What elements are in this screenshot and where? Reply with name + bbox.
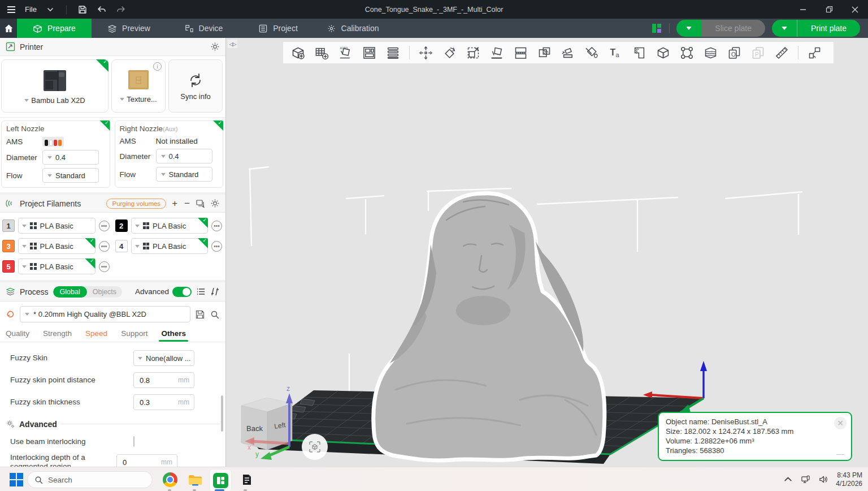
view-mode-orb-button[interactable] (302, 434, 328, 460)
tab-support[interactable]: Support (121, 329, 147, 342)
tab-prepare[interactable]: Prepare (17, 19, 92, 38)
process-preset-select[interactable]: * 0.20mm High Quality @BBL X2D (20, 306, 190, 322)
tray-chevron-up-icon[interactable] (783, 475, 793, 484)
filament-options-button[interactable]: ••• (99, 241, 110, 252)
filament-settings-gear-icon[interactable] (210, 199, 220, 208)
redo-icon[interactable] (115, 4, 127, 15)
ams-spools-icon[interactable] (42, 137, 64, 147)
file-explorer-icon[interactable] (186, 471, 203, 488)
boolean-icon[interactable] (535, 44, 554, 62)
hamburger-menu-icon[interactable] (6, 4, 17, 15)
right-flow-select[interactable]: Standard (156, 167, 212, 182)
compare-presets-icon[interactable] (210, 287, 220, 296)
filament-color-badge[interactable]: 5 (2, 260, 15, 273)
text-icon[interactable]: Ta (606, 44, 625, 62)
objects-segment[interactable]: Objects (87, 286, 122, 298)
plate-info-icon[interactable]: i (153, 62, 162, 71)
notepad-app-icon[interactable] (238, 471, 255, 488)
slice-plate-button[interactable]: Slice plate (701, 20, 765, 37)
filament-select[interactable]: PLA Basic (131, 238, 209, 254)
tab-preview[interactable]: Preview (92, 19, 166, 38)
tab-quality[interactable]: Quality (6, 329, 29, 342)
tab-speed[interactable]: Speed (85, 329, 107, 342)
plate-layout-icon[interactable] (651, 23, 662, 34)
home-button[interactable] (0, 19, 17, 38)
minimize-button[interactable] (790, 0, 816, 19)
paste-icon[interactable]: P (749, 44, 767, 62)
restore-button[interactable] (816, 0, 842, 19)
print-plate-button[interactable]: Print plate (797, 20, 860, 37)
printer-select-card[interactable]: Bambu Lab X2D (1, 59, 108, 113)
sync-filament-list-icon[interactable] (196, 199, 206, 208)
collapse-sidebar-icon[interactable]: ◁▷ (228, 40, 237, 48)
filament-options-button[interactable]: ••• (99, 261, 110, 272)
filament-options-button[interactable]: ••• (211, 241, 222, 252)
split-plate-icon[interactable] (511, 44, 530, 62)
filament-options-button[interactable]: ••• (211, 221, 222, 231)
viewport-3d[interactable]: ◁▷ AUTO Ta O P (226, 38, 868, 467)
add-object-icon[interactable] (289, 44, 307, 62)
network-devices-icon[interactable] (801, 475, 810, 484)
filament-color-badge[interactable]: 4 (115, 240, 128, 252)
left-diameter-select[interactable]: 0.4 (42, 150, 99, 165)
sync-info-button[interactable]: Sync info (168, 59, 223, 113)
add-filament-button[interactable]: + (171, 199, 179, 208)
printer-settings-gear-icon[interactable] (210, 42, 220, 51)
save-preset-icon[interactable] (195, 309, 205, 320)
clock[interactable]: 8:43 PM 4/1/2026 (836, 471, 862, 488)
purging-volumes-button[interactable]: Purging volumes (106, 199, 166, 209)
filament-options-button[interactable]: ••• (99, 221, 110, 231)
parameter-table-icon[interactable] (196, 287, 206, 296)
use-beam-interlocking-checkbox[interactable] (133, 436, 134, 447)
cube-face-back-label[interactable]: Back (246, 424, 263, 433)
slice-options-chevron[interactable] (676, 20, 701, 37)
auto-orient-icon[interactable]: AUTO (336, 44, 355, 62)
plate-type-card[interactable]: i Texture... (111, 59, 166, 113)
speaker-icon[interactable] (818, 475, 828, 484)
add-plate-icon[interactable] (313, 44, 331, 62)
interlocking-depth-input[interactable] (121, 458, 152, 467)
tab-project[interactable]: Project (241, 19, 315, 38)
undo-icon[interactable] (96, 4, 107, 15)
navigation-cube[interactable]: Back Left z x y (241, 385, 293, 460)
remove-filament-button[interactable]: − (183, 199, 191, 208)
search-preset-icon[interactable] (210, 309, 220, 320)
filament-select[interactable]: PLA Basic (18, 238, 96, 254)
rotate-icon[interactable] (440, 44, 459, 62)
plate-dropdown-chevron[interactable] (120, 98, 124, 101)
close-button[interactable] (842, 0, 868, 19)
save-icon[interactable] (77, 4, 88, 15)
info-panel-close-icon[interactable]: ✕ (834, 417, 847, 429)
move-icon[interactable] (416, 44, 435, 62)
filament-select[interactable]: PLA Basic (18, 218, 96, 234)
variable-layer-height-icon[interactable] (701, 44, 720, 62)
filament-color-badge[interactable]: 1 (2, 219, 15, 232)
fuzzy-skin-select[interactable]: None(allow ... (133, 350, 194, 366)
tab-device[interactable]: Device (166, 19, 241, 38)
scale-icon[interactable] (464, 44, 483, 62)
filament-color-badge[interactable]: 3 (2, 240, 15, 252)
advanced-toggle[interactable] (172, 287, 192, 297)
filament-color-badge[interactable]: 2 (115, 219, 128, 232)
tab-strength[interactable]: Strength (43, 329, 72, 342)
measure-icon[interactable] (772, 44, 791, 62)
start-button[interactable] (8, 471, 25, 488)
tab-calibration[interactable]: Calibration (315, 19, 390, 38)
left-flow-select[interactable]: Standard (42, 168, 99, 183)
arrange-icon[interactable] (360, 44, 379, 62)
model-denise-bust[interactable] (374, 193, 605, 460)
cut-icon[interactable] (559, 44, 578, 62)
fuzzy-point-distance-input[interactable] (138, 376, 169, 385)
color-paint-icon[interactable] (583, 44, 601, 62)
global-segment[interactable]: Global (53, 286, 87, 298)
scene-3d[interactable]: Bambu Lab (226, 38, 868, 467)
bambu-studio-app-icon[interactable] (209, 469, 232, 491)
printer-dropdown-chevron[interactable] (24, 99, 29, 102)
clone-icon[interactable]: O (725, 44, 744, 62)
lay-on-face-icon[interactable] (488, 44, 506, 62)
print-options-chevron[interactable] (772, 20, 797, 37)
split-to-objects-icon[interactable] (384, 44, 402, 62)
fuzzy-thickness-input[interactable] (138, 398, 169, 407)
file-menu-chevron-icon[interactable] (45, 4, 56, 15)
filament-select[interactable]: PLA Basic (131, 218, 209, 234)
